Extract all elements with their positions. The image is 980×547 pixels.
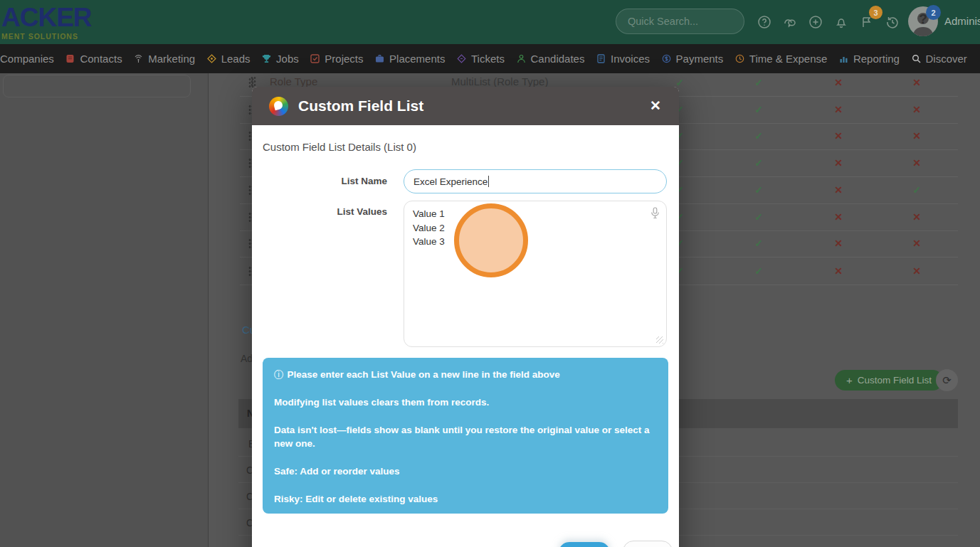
- cross-icon: ✕: [910, 264, 924, 278]
- search-icon: [912, 54, 921, 63]
- history-icon[interactable]: [885, 15, 900, 29]
- info-line: Modifying list values clears them from r…: [274, 395, 657, 409]
- username-text[interactable]: Adminis: [944, 15, 980, 27]
- info-line: ⓘPlease enter each List Value on a new l…: [274, 368, 657, 381]
- nav-reporting[interactable]: Reporting: [839, 53, 900, 65]
- cross-icon: ✕: [910, 75, 924, 90]
- cross-icon: ✕: [831, 156, 845, 170]
- topbar: ACKER MENT SOLUTIONS 3 ? 2 Adminis: [0, 0, 980, 44]
- modal-title: Custom Field List: [298, 97, 423, 115]
- refresh-icon: ⟳: [942, 374, 952, 387]
- notification-badge: 2: [926, 5, 941, 20]
- help-icon[interactable]: [757, 15, 771, 29]
- plus-circle-icon[interactable]: [808, 15, 823, 29]
- quick-search[interactable]: [616, 9, 744, 34]
- check-icon: ✓: [752, 102, 766, 117]
- modal-header: Custom Field List ✕: [252, 87, 679, 125]
- add-custom-field-list-button[interactable]: + Custom Field List: [835, 370, 943, 391]
- contact-book-icon: [65, 54, 75, 63]
- screen: ACKER MENT SOLUTIONS 3 ? 2 Adminis: [0, 0, 980, 547]
- bar-chart-icon: [839, 54, 848, 63]
- invoice-icon: [596, 54, 606, 63]
- sidebar-search-box[interactable]: [3, 75, 191, 97]
- cross-icon: ✕: [910, 129, 924, 143]
- plus-icon: +: [846, 375, 853, 386]
- antenna-icon: [134, 54, 143, 63]
- list-values-textarea[interactable]: Value 1 Value 2 Value 3: [404, 201, 667, 347]
- microphone-icon[interactable]: [650, 207, 660, 219]
- nav-candidates[interactable]: Candidates: [517, 53, 585, 65]
- nav-time-expense[interactable]: Time & Expense: [735, 53, 828, 65]
- nav-jobs[interactable]: Jobs: [262, 53, 299, 65]
- primary-button[interactable]: [559, 542, 610, 547]
- drag-handle-icon[interactable]: [248, 78, 254, 88]
- check-icon: ✓: [752, 183, 766, 197]
- cross-icon: ✕: [831, 75, 845, 90]
- nav-invoices[interactable]: Invoices: [596, 53, 650, 65]
- chat-icon[interactable]: [783, 15, 797, 29]
- check-icon: ✓: [752, 264, 766, 278]
- touch-indicator: [454, 203, 528, 277]
- check-icon: ✓: [752, 210, 766, 224]
- info-box: ⓘPlease enter each List Value on a new l…: [263, 358, 668, 514]
- main-nav: Companies Contacts Marketing Leads Jobs …: [0, 44, 980, 73]
- logo-sub-text: MENT SOLUTIONS: [1, 33, 92, 41]
- details-heading: Custom Field List Details (List 0): [263, 141, 416, 153]
- logo-main-text: ACKER: [1, 4, 92, 31]
- nav-marketing[interactable]: Marketing: [134, 53, 195, 65]
- secondary-button[interactable]: [623, 541, 673, 547]
- custom-field-list-modal: Custom Field List ✕ Custom Field List De…: [252, 87, 679, 547]
- briefcase-icon: [375, 54, 384, 63]
- info-line: Risky: Edit or delete existing values: [274, 492, 657, 506]
- coin-icon: [662, 54, 671, 63]
- settings-sidebar: [0, 73, 209, 547]
- nav-projects[interactable]: Projects: [310, 53, 363, 65]
- bell-icon[interactable]: [834, 15, 848, 29]
- check-icon: ✓: [752, 129, 766, 143]
- info-line: Safe: Add or reorder values: [274, 464, 657, 478]
- close-icon[interactable]: ✕: [646, 97, 665, 115]
- nav-tickets[interactable]: Tickets: [457, 53, 505, 65]
- cross-icon: ✕: [910, 236, 924, 250]
- modal-body: Custom Field List Details (List 0) List …: [252, 125, 679, 547]
- cross-icon: ✕: [910, 210, 924, 224]
- nav-payments[interactable]: Payments: [662, 53, 724, 65]
- list-name-input[interactable]: Excel Experience: [404, 169, 667, 193]
- check-icon: ✓: [752, 236, 766, 250]
- nav-contacts[interactable]: Contacts: [65, 53, 122, 65]
- nav-leads[interactable]: Leads: [207, 53, 251, 65]
- trophy-icon: [262, 54, 271, 63]
- check-icon: ✓: [752, 75, 766, 90]
- text-caret: [488, 176, 489, 187]
- check-icon: ✓: [910, 183, 924, 197]
- field-type-text: MultiList (Role Type): [451, 75, 548, 87]
- cross-icon: ✕: [831, 236, 845, 250]
- app-swirl-logo-icon: [269, 97, 288, 116]
- clock-icon: [735, 54, 744, 63]
- cross-icon: ✕: [831, 102, 845, 117]
- textarea-resize-handle[interactable]: [656, 336, 663, 344]
- check-icon: ✓: [752, 156, 766, 170]
- app-logo: ACKER MENT SOLUTIONS: [1, 4, 92, 41]
- list-name-label: List Name: [252, 176, 387, 186]
- check-square-icon: [310, 54, 320, 63]
- flag-badge: 3: [869, 6, 882, 19]
- ticket-icon: [457, 54, 466, 63]
- cross-icon: ✕: [910, 156, 924, 170]
- cross-icon: ✕: [831, 183, 845, 197]
- target-icon: [207, 54, 216, 63]
- cross-icon: ✕: [831, 210, 845, 224]
- nav-companies[interactable]: Companies: [0, 53, 54, 65]
- person-icon: [517, 54, 526, 63]
- field-name-link[interactable]: Role Type: [270, 75, 317, 87]
- nav-discover[interactable]: Discover: [912, 53, 967, 65]
- nav-placements[interactable]: Placements: [375, 53, 445, 65]
- cross-icon: ✕: [831, 264, 845, 278]
- info-icon: ⓘ: [274, 368, 284, 381]
- cross-icon: ✕: [831, 129, 845, 143]
- refresh-button[interactable]: ⟳: [936, 369, 958, 391]
- info-line: Data isn't lost—fields show as blank unt…: [274, 423, 657, 450]
- cross-icon: ✕: [910, 102, 924, 117]
- section-subtext: Ad: [241, 353, 253, 364]
- quick-search-input[interactable]: [628, 16, 732, 27]
